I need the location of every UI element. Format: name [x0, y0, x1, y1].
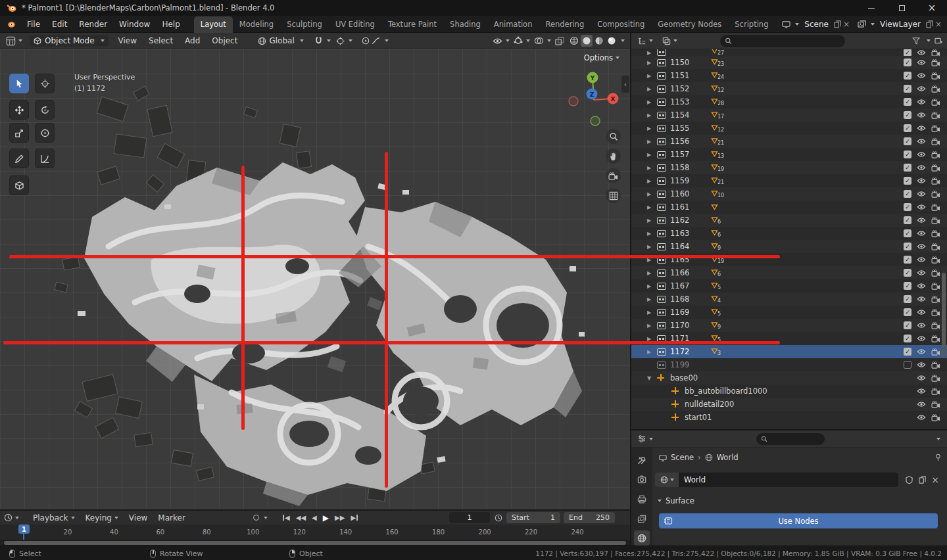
duplicate-world-icon[interactable] [915, 476, 929, 484]
zoom-button[interactable] [606, 129, 621, 144]
solid-shading-button[interactable] [581, 35, 593, 47]
disable-in-renders-icon[interactable] [931, 322, 940, 329]
expand-arrow-icon[interactable]: ▶ [647, 139, 657, 145]
close-button[interactable]: × [917, 0, 947, 16]
outliner-row[interactable]: ▶ 1150 23 ✓ [631, 56, 947, 69]
hide-in-viewport-icon[interactable] [917, 296, 926, 302]
viewport-menu-view[interactable]: View [112, 33, 143, 49]
workspace-tab-shading[interactable]: Shading [443, 16, 487, 33]
outliner-row[interactable]: ▶ 1155 12 ✓ [631, 122, 947, 135]
add-cube-tool[interactable] [9, 175, 29, 195]
hide-in-viewport-icon[interactable] [917, 99, 926, 105]
scene-selector[interactable]: Scene × [782, 20, 850, 29]
play-button[interactable]: ▶ [323, 513, 329, 523]
properties-options-caret[interactable] [936, 438, 940, 440]
exclude-checkbox[interactable]: ✓ [904, 216, 911, 224]
outliner-row[interactable]: ▶ 1169 5 ✓ [631, 306, 947, 319]
timeline-scroll-thumb[interactable] [4, 541, 626, 545]
exclude-checkbox[interactable]: ✓ [904, 164, 911, 172]
material-preview-button[interactable] [593, 35, 605, 47]
transform-orientation[interactable]: Global [258, 36, 303, 45]
hide-in-viewport-icon[interactable] [917, 217, 926, 223]
disable-in-renders-icon[interactable] [931, 112, 940, 119]
viewport-menu-select[interactable]: Select [143, 33, 179, 49]
expand-arrow-icon[interactable]: ▶ [647, 178, 657, 184]
workspace-tab-geometry-nodes[interactable]: Geometry Nodes [651, 16, 728, 33]
exclude-checkbox[interactable]: ✓ [904, 124, 911, 132]
outliner-row[interactable]: ▼ base00 ✓ [631, 371, 947, 385]
workspace-tab-layout[interactable]: Layout [194, 16, 233, 33]
exclude-checkbox[interactable]: ✓ [904, 111, 911, 119]
expand-arrow-icon[interactable]: ▶ [647, 73, 657, 79]
timeline-ruler[interactable]: 1 20406080100120140160180200220240 [0, 525, 630, 540]
outliner-display-mode-button[interactable] [659, 37, 681, 45]
exclude-checkbox[interactable]: ✓ [904, 308, 911, 316]
hide-in-viewport-icon[interactable] [917, 283, 926, 289]
copy-scene-icon[interactable] [834, 20, 841, 28]
filter-dropdown-caret[interactable] [927, 39, 931, 42]
disable-in-renders-icon[interactable] [931, 151, 940, 158]
viewlayer-selector[interactable]: ViewLayer × [858, 20, 942, 29]
viewport-menu-add[interactable]: Add [179, 33, 206, 49]
measure-tool[interactable] [35, 149, 55, 168]
outliner-row[interactable]: ▶ 1158 19 ✓ [631, 161, 947, 174]
exclude-checkbox[interactable]: ✓ [904, 282, 911, 290]
exclude-checkbox[interactable]: ✓ [904, 295, 911, 303]
exclude-checkbox[interactable]: ✓ [904, 229, 911, 237]
outliner-row[interactable]: bb_autobillboard1000 ✓ [631, 385, 947, 398]
jump-to-start-button[interactable]: ◀ [283, 514, 290, 521]
exclude-checkbox[interactable]: ✓ [904, 49, 911, 56]
disable-in-renders-icon[interactable] [931, 296, 940, 303]
viewport-canvas[interactable]: User Perspective (1) 1172 Options ‹ Y [0, 49, 630, 509]
expand-arrow-icon[interactable]: ▶ [647, 310, 657, 315]
outliner-row[interactable]: ▶ 1159 21 ✓ [631, 174, 947, 187]
wireframe-shading-button[interactable] [568, 35, 580, 47]
outliner-search-input[interactable] [720, 35, 845, 47]
expand-arrow-icon[interactable]: ▶ [647, 152, 657, 158]
start-frame-field[interactable]: Start1 [506, 512, 560, 523]
options-dropdown[interactable]: Options [584, 53, 619, 62]
outliner-row[interactable]: ▶ 1168 4 ✓ [631, 292, 947, 306]
exclude-checkbox[interactable]: ✓ [904, 256, 911, 264]
viewport-editor-type-button[interactable] [3, 36, 26, 46]
disable-in-renders-icon[interactable] [931, 335, 940, 342]
playhead[interactable]: 1 [18, 525, 30, 534]
expand-arrow-icon[interactable]: ▶ [647, 60, 657, 66]
disable-in-renders-icon[interactable] [931, 59, 940, 66]
hide-in-viewport-icon[interactable] [917, 256, 926, 263]
outliner-row[interactable]: ▶ 1162 6 ✓ [631, 214, 947, 227]
timeline-menu-keying[interactable]: Keying [80, 510, 124, 526]
unlink-world-icon[interactable]: × [929, 475, 942, 485]
rendered-shading-button[interactable] [606, 35, 618, 47]
breadcrumb-world[interactable]: World [717, 453, 739, 462]
tab-output[interactable] [634, 492, 650, 507]
proportional-editing-controls[interactable] [362, 37, 389, 45]
menu-window[interactable]: Window [113, 16, 156, 32]
outliner-row[interactable]: ▶ 1152 12 ✓ [631, 82, 947, 95]
outliner-row[interactable]: ▶ 1166 6 ✓ [631, 266, 947, 279]
expand-arrow-icon[interactable]: ▶ [647, 270, 657, 276]
outliner-row[interactable]: ▶ 1156 21 ✓ [631, 135, 947, 148]
exclude-checkbox[interactable]: ✓ [904, 137, 911, 145]
timeline-menu-playback[interactable]: Playback [28, 510, 80, 526]
exclude-checkbox[interactable] [904, 361, 911, 369]
annotate-tool[interactable] [9, 149, 29, 168]
timeline-editor-type-button[interactable] [4, 511, 19, 525]
timeline-menu-marker[interactable]: Marker [153, 510, 190, 526]
timeline-scrollbar[interactable] [0, 540, 630, 546]
exclude-checkbox[interactable]: ✓ [904, 321, 911, 329]
outliner-row[interactable]: nulldetail200 ✓ [631, 398, 947, 411]
exclude-checkbox[interactable]: ✓ [904, 72, 911, 80]
pin-icon[interactable] [935, 454, 942, 461]
hide-in-viewport-icon[interactable] [917, 243, 926, 250]
end-frame-field[interactable]: End250 [564, 512, 615, 523]
workspace-tab-texture-paint[interactable]: Texture Paint [381, 16, 443, 33]
move-tool[interactable] [9, 100, 29, 120]
expand-arrow-icon[interactable]: ▶ [647, 86, 657, 92]
new-collection-icon[interactable] [935, 37, 943, 45]
viewport-menu-object[interactable]: Object [206, 33, 243, 49]
hide-in-viewport-icon[interactable] [917, 388, 926, 394]
disable-in-renders-icon[interactable] [931, 138, 940, 145]
hide-in-viewport-icon[interactable] [917, 414, 926, 421]
world-name-field[interactable]: World [679, 473, 898, 487]
